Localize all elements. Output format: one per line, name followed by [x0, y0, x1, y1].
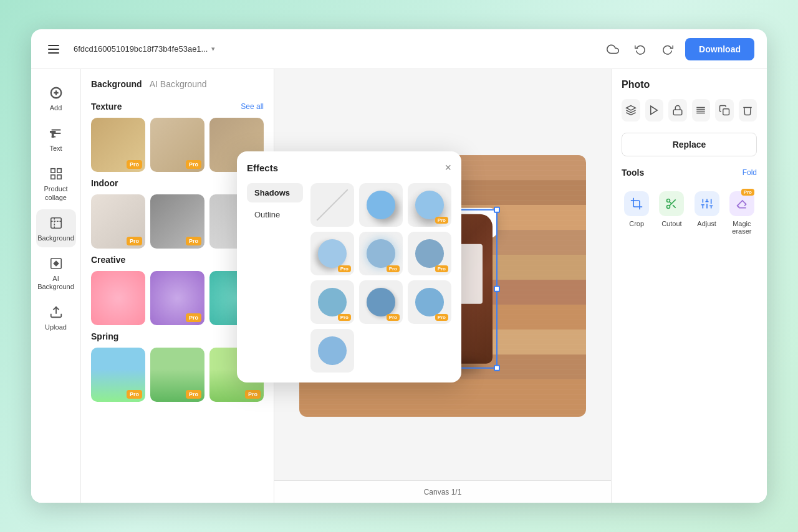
cloud-save-icon[interactable] — [603, 39, 623, 59]
effect-shadow-1[interactable] — [359, 183, 403, 227]
shadow-preview-circle — [415, 288, 444, 316]
svg-marker-15 — [626, 106, 635, 111]
sidebar-item-text[interactable]: T Text — [36, 120, 76, 158]
upload-icon — [47, 303, 65, 321]
shadow-preview-circle — [318, 336, 347, 365]
tools-grid: Crop Cutout Adjust — [622, 186, 757, 240]
effect-shadow-4[interactable]: Pro — [359, 232, 403, 275]
tab-shadows[interactable]: Shadows — [247, 183, 303, 202]
tab-outline[interactable]: Outline — [247, 205, 303, 224]
adjust-label: Adjust — [697, 220, 716, 227]
effect-shadow-2[interactable]: Pro — [408, 183, 451, 227]
magic-eraser-tool[interactable]: Pro Magic eraser — [727, 186, 757, 240]
copy-button[interactable] — [715, 99, 734, 121]
undo-button[interactable] — [630, 39, 650, 59]
texture-thumb-1[interactable]: Pro — [91, 118, 145, 172]
spring-title: Spring — [91, 331, 118, 341]
pro-badge: Pro — [387, 314, 400, 321]
add-icon — [47, 84, 65, 102]
lock-button[interactable] — [668, 99, 687, 121]
svg-rect-7 — [57, 175, 60, 179]
text-icon: T — [47, 125, 65, 142]
tab-background[interactable]: Background — [91, 79, 142, 92]
pro-badge: Pro — [127, 160, 142, 169]
effects-grid: Pro Pro Pro Pro — [310, 183, 451, 373]
effect-shadow-5[interactable]: Pro — [408, 232, 451, 275]
effects-sidebar: Shadows Outline — [247, 183, 303, 373]
layers-button[interactable] — [622, 99, 640, 121]
pro-badge: Pro — [127, 237, 142, 245]
creative-title: Creative — [91, 255, 125, 265]
handle-top-right[interactable] — [494, 207, 500, 213]
spring-thumb-1[interactable]: Pro — [91, 348, 145, 402]
pro-badge: Pro — [435, 314, 448, 321]
indoor-thumb-1[interactable]: Pro — [91, 194, 145, 249]
replace-button[interactable]: Replace — [622, 133, 757, 156]
download-button[interactable]: Download — [685, 38, 754, 60]
sidebar-item-upload-label: Upload — [45, 323, 67, 331]
right-panel: Photo — [611, 69, 767, 503]
indoor-thumb-2[interactable]: Pro — [150, 194, 204, 249]
menu-button[interactable] — [44, 39, 64, 59]
shadow-preview-circle — [318, 239, 347, 268]
svg-rect-6 — [50, 175, 54, 179]
sidebar-item-upload[interactable]: Upload — [36, 298, 76, 336]
effect-shadow-7[interactable]: Pro — [359, 280, 403, 324]
shadow-preview-circle — [367, 288, 395, 316]
ai-background-icon — [47, 255, 65, 272]
product-collage-icon — [47, 165, 65, 183]
cutout-icon — [659, 191, 684, 216]
handle-bottom-right[interactable] — [494, 365, 500, 371]
sidebar-item-add-label: Add — [50, 104, 62, 112]
align-button[interactable] — [692, 99, 711, 121]
shadow-preview-circle — [367, 191, 395, 219]
tools-header: Tools Fold — [622, 168, 757, 178]
effect-none[interactable] — [310, 183, 354, 227]
effects-close-button[interactable]: × — [445, 161, 451, 174]
svg-rect-4 — [50, 169, 54, 173]
spring-thumb-2[interactable]: Pro — [150, 348, 204, 402]
effect-shadow-9[interactable] — [310, 329, 354, 373]
animation-button[interactable] — [645, 99, 664, 121]
pro-badge: Pro — [338, 314, 351, 321]
photo-panel-title: Photo — [622, 79, 757, 90]
shadow-preview-circle — [318, 288, 347, 316]
filename-display: 6fdcd160051019bc18f73b4fe53ae1... ▾ — [74, 44, 593, 54]
canvas-page-indicator: Canvas 1/1 — [424, 488, 462, 496]
canvas-bottom-bar: Canvas 1/1 — [274, 480, 611, 503]
texture-see-all[interactable]: See all — [241, 102, 264, 111]
sidebar-item-background[interactable]: Background — [36, 209, 76, 247]
effects-body: Shadows Outline Pro — [247, 183, 451, 373]
filename-text: 6fdcd160051019bc18f73b4fe53ae1... — [74, 44, 208, 54]
redo-button[interactable] — [658, 39, 678, 59]
sidebar-item-ai-background[interactable]: AI Background — [36, 250, 76, 296]
magic-eraser-pro-badge: Pro — [741, 189, 754, 196]
effect-shadow-3[interactable]: Pro — [310, 232, 354, 275]
pro-badge: Pro — [387, 265, 400, 272]
effect-shadow-6[interactable]: Pro — [310, 280, 354, 324]
header: 6fdcd160051019bc18f73b4fe53ae1... ▾ Down… — [31, 29, 767, 69]
sidebar-item-product-collage[interactable]: Product collage — [36, 160, 76, 206]
sidebar: Add T Text Product collage Background — [31, 69, 81, 503]
sidebar-item-add[interactable]: Add — [36, 79, 76, 117]
texture-title: Texture — [91, 102, 122, 112]
svg-line-27 — [670, 202, 671, 204]
handle-middle-right[interactable] — [494, 286, 500, 292]
pro-badge: Pro — [186, 390, 201, 399]
effect-shadow-8[interactable]: Pro — [408, 280, 451, 324]
tab-ai-background[interactable]: AI Background — [150, 79, 207, 92]
crop-tool[interactable]: Crop — [622, 186, 651, 240]
texture-thumb-2[interactable]: Pro — [150, 118, 204, 172]
pro-badge: Pro — [186, 313, 201, 322]
creative-thumb-1[interactable] — [91, 271, 145, 325]
pro-badge: Pro — [127, 390, 142, 399]
svg-rect-5 — [57, 169, 60, 173]
creative-thumb-2[interactable]: Pro — [150, 271, 204, 325]
svg-marker-16 — [651, 106, 658, 115]
cutout-tool[interactable]: Cutout — [656, 186, 686, 240]
adjust-icon — [695, 191, 719, 216]
none-line-icon — [317, 189, 349, 221]
delete-photo-button[interactable] — [739, 99, 757, 121]
fold-button[interactable]: Fold — [743, 168, 757, 177]
adjust-tool[interactable]: Adjust — [692, 186, 722, 240]
